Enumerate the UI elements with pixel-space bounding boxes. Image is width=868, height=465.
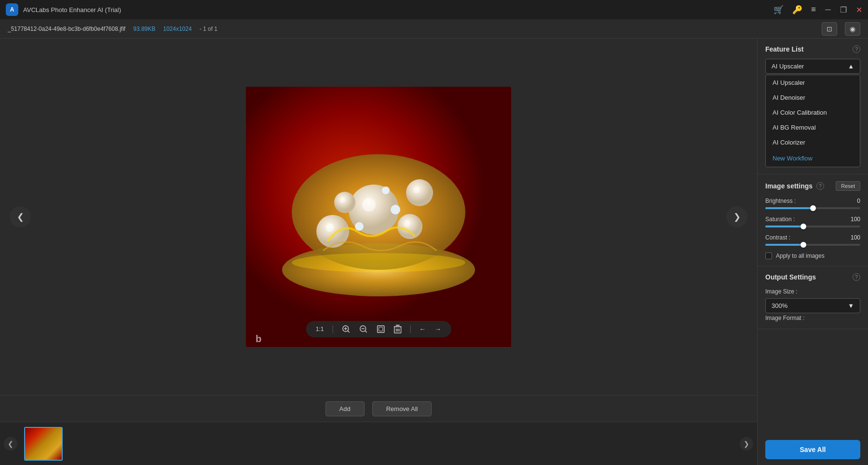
menu-icon[interactable]: ≡ bbox=[811, 5, 816, 14]
next-button[interactable]: → bbox=[434, 325, 441, 333]
contrast-thumb[interactable] bbox=[800, 242, 806, 248]
saturation-value: 100 bbox=[851, 216, 860, 223]
brightness-label: Brightness : bbox=[765, 198, 796, 204]
output-settings-help-icon[interactable]: ? bbox=[853, 273, 860, 281]
cart-icon[interactable]: 🛒 bbox=[773, 5, 784, 15]
svg-point-4 bbox=[362, 198, 376, 212]
remove-all-button[interactable]: Remove All bbox=[372, 401, 432, 416]
svg-point-11 bbox=[397, 214, 422, 239]
preview-button[interactable]: ◉ bbox=[845, 22, 860, 36]
zoom-in-button[interactable] bbox=[341, 325, 350, 333]
saturation-fill bbox=[765, 226, 803, 227]
feature-option-bg-removal[interactable]: AI BG Removal bbox=[766, 120, 860, 135]
close-button[interactable]: ✕ bbox=[855, 6, 862, 13]
new-workflow-button[interactable]: New Workflow bbox=[766, 150, 860, 167]
thumb-prev-button[interactable]: ❮ bbox=[4, 437, 17, 451]
file-name: _51778412-0a24-49e8-bc3b-d6fb0e4f7608.jf… bbox=[8, 26, 125, 32]
main-layout: ❮ bbox=[0, 39, 868, 465]
fit-screen-button[interactable] bbox=[376, 325, 385, 333]
feature-list-section: Feature List ? AI Upscaler ▲ AI Upscaler… bbox=[758, 39, 868, 174]
app-title: AVCLabs Photo Enhancer AI (Trial) bbox=[23, 6, 769, 13]
thumb-next-button[interactable]: ❯ bbox=[740, 437, 753, 451]
contrast-slider[interactable] bbox=[765, 244, 860, 246]
brightness-label-row: Brightness : 0 bbox=[765, 198, 860, 204]
ring-overlay-svg: b bbox=[246, 87, 511, 347]
brightness-value: 0 bbox=[857, 198, 860, 204]
feature-list-title: Feature List bbox=[765, 45, 803, 53]
feature-option-color-calibration[interactable]: AI Color Calibration bbox=[766, 105, 860, 120]
image-size-value: 300% bbox=[772, 302, 787, 309]
svg-point-6 bbox=[326, 223, 334, 232]
add-button[interactable]: Add bbox=[326, 401, 365, 416]
contrast-value: 100 bbox=[851, 234, 860, 241]
brightness-slider[interactable] bbox=[765, 207, 860, 209]
chevron-up-icon: ▲ bbox=[848, 63, 854, 70]
zoom-out-button[interactable] bbox=[359, 325, 367, 333]
image-settings-help-icon[interactable]: ? bbox=[816, 182, 824, 190]
save-all-container: Save All bbox=[758, 434, 868, 465]
svg-point-14 bbox=[355, 222, 364, 231]
prev-image-button[interactable]: ❮ bbox=[10, 206, 31, 227]
svg-line-19 bbox=[347, 331, 349, 332]
app-logo: A bbox=[6, 3, 18, 16]
feature-list-help-icon[interactable]: ? bbox=[853, 45, 860, 53]
titlebar-actions: 🛒 🔑 ≡ ─ ❐ ✕ bbox=[773, 5, 862, 15]
image-viewer: ❮ bbox=[0, 39, 757, 395]
thumbnail-item[interactable] bbox=[24, 427, 63, 461]
next-image-button[interactable]: ❯ bbox=[726, 206, 747, 227]
svg-point-15 bbox=[382, 186, 390, 194]
contrast-fill bbox=[765, 244, 803, 246]
svg-text:b: b bbox=[256, 333, 261, 344]
output-settings-section: Output Settings ? Image Size : 300% ▼ Im… bbox=[758, 266, 868, 329]
svg-point-16 bbox=[292, 253, 465, 272]
prev-button[interactable]: ← bbox=[419, 325, 426, 333]
crop-view-button[interactable]: ⊡ bbox=[822, 22, 837, 36]
image-settings-header: Image settings ? Reset bbox=[765, 181, 860, 191]
feature-option-colorizer[interactable]: AI Colorizer bbox=[766, 135, 860, 150]
brightness-fill bbox=[765, 207, 813, 209]
file-dimensions: 1024x1024 bbox=[163, 26, 191, 32]
feature-dropdown-selected: AI Upscaler bbox=[772, 63, 804, 70]
feature-list-header: Feature List ? bbox=[765, 45, 860, 53]
file-count: - 1 of 1 bbox=[200, 26, 217, 32]
brightness-thumb[interactable] bbox=[810, 205, 816, 211]
thumbnail-image bbox=[25, 428, 62, 460]
contrast-label: Contrast : bbox=[765, 234, 790, 241]
file-size: 93.89KB bbox=[133, 26, 155, 32]
saturation-thumb[interactable] bbox=[800, 224, 806, 229]
bottom-bar: Add Remove All bbox=[0, 395, 757, 422]
zoom-ratio-label: 1:1 bbox=[316, 326, 324, 332]
image-toolbar: 1:1 ← → bbox=[306, 321, 451, 337]
svg-point-9 bbox=[334, 192, 355, 213]
titlebar: A AVCLabs Photo Enhancer AI (Trial) 🛒 🔑 … bbox=[0, 0, 868, 19]
svg-rect-25 bbox=[377, 326, 384, 332]
right-panel: Feature List ? AI Upscaler ▲ AI Upscaler… bbox=[757, 39, 868, 465]
svg-point-12 bbox=[404, 220, 410, 227]
feature-dropdown-menu: AI Upscaler AI Denoiser AI Color Calibra… bbox=[765, 75, 860, 167]
saturation-slider[interactable] bbox=[765, 226, 860, 227]
main-image-container: b 1:1 bbox=[246, 87, 511, 347]
main-image: b bbox=[246, 87, 511, 347]
key-icon[interactable]: 🔑 bbox=[792, 5, 802, 15]
maximize-button[interactable]: ❐ bbox=[840, 6, 847, 13]
image-size-select[interactable]: 300% ▼ bbox=[765, 298, 860, 313]
saturation-label: Saturation : bbox=[765, 216, 795, 223]
svg-line-23 bbox=[365, 331, 366, 332]
delete-button[interactable] bbox=[393, 325, 401, 333]
fileinfo-bar: _51778412-0a24-49e8-bc3b-d6fb0e4f7608.jf… bbox=[0, 19, 868, 39]
feature-option-denoiser[interactable]: AI Denoiser bbox=[766, 90, 860, 105]
feature-option-upscaler[interactable]: AI Upscaler bbox=[766, 75, 860, 90]
image-format-label: Image Format : bbox=[765, 315, 804, 321]
center-area: ❮ bbox=[0, 39, 757, 465]
thumbnail-strip: ❮ ❯ bbox=[0, 422, 757, 465]
reset-button[interactable]: Reset bbox=[836, 181, 860, 191]
minimize-button[interactable]: ─ bbox=[825, 6, 831, 13]
feature-dropdown[interactable]: AI Upscaler ▲ bbox=[765, 59, 860, 74]
svg-point-8 bbox=[413, 186, 420, 193]
svg-point-10 bbox=[339, 197, 345, 203]
chevron-down-icon: ▼ bbox=[848, 302, 854, 309]
save-all-button[interactable]: Save All bbox=[765, 440, 860, 459]
output-settings-title: Output Settings bbox=[765, 273, 816, 281]
image-size-label: Image Size : bbox=[765, 288, 798, 295]
apply-all-checkbox[interactable] bbox=[765, 252, 772, 259]
